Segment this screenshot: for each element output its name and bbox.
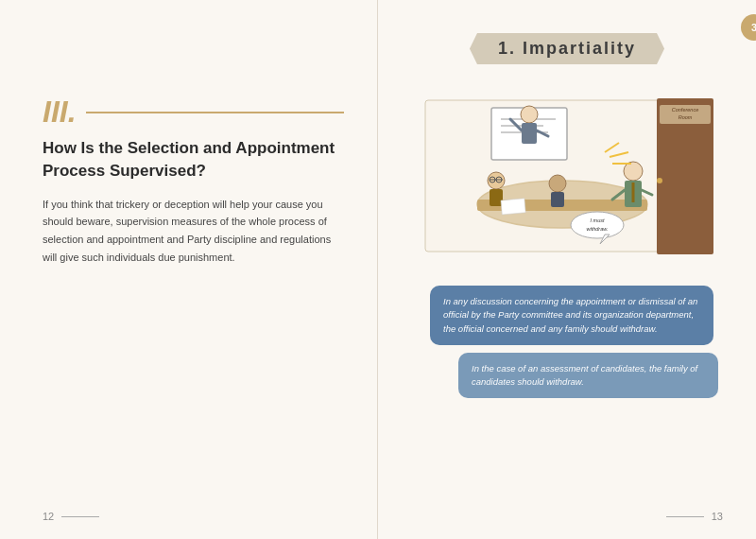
svg-rect-20 [490, 189, 503, 206]
svg-text:Room: Room [679, 114, 693, 120]
svg-text:I must: I must [591, 217, 605, 223]
illustration-svg: Conference Room [416, 81, 718, 270]
svg-point-12 [521, 106, 538, 123]
page-container: III. How Is the Selection and Appointmen… [0, 0, 756, 539]
speech-bubble-2: In the case of an assessment of candidat… [458, 353, 718, 399]
illustration-area: Conference Room [411, 81, 723, 270]
section-header: III. [43, 95, 344, 130]
right-page: 3 1. Impartiality Conference Room [378, 0, 756, 539]
bottom-line [666, 516, 704, 517]
svg-point-5 [657, 178, 662, 183]
left-page: III. How Is the Selection and Appointmen… [0, 0, 378, 539]
section-body: If you think that trickery or deception … [43, 196, 344, 267]
page-number-circle: 3 [741, 14, 756, 41]
section-title: How Is the Selection and Appointment Pro… [43, 137, 344, 183]
svg-point-22 [549, 175, 566, 192]
bottom-line [61, 516, 99, 517]
svg-rect-21 [501, 199, 525, 215]
svg-point-29 [571, 212, 624, 238]
right-page-number: 13 [666, 511, 723, 522]
svg-rect-13 [522, 123, 537, 144]
svg-text:Conference: Conference [672, 107, 698, 113]
impartiality-title-area: 1. Impartiality [411, 33, 723, 64]
speech-bubble-1: In any discussion concerning the appoint… [430, 286, 713, 345]
header-line [86, 112, 344, 113]
svg-rect-23 [551, 192, 564, 207]
roman-numeral: III. [43, 95, 77, 130]
impartiality-title: 1. Impartiality [470, 33, 664, 64]
left-page-number: 12 [43, 511, 99, 522]
svg-text:withdraw.: withdraw. [587, 226, 609, 232]
